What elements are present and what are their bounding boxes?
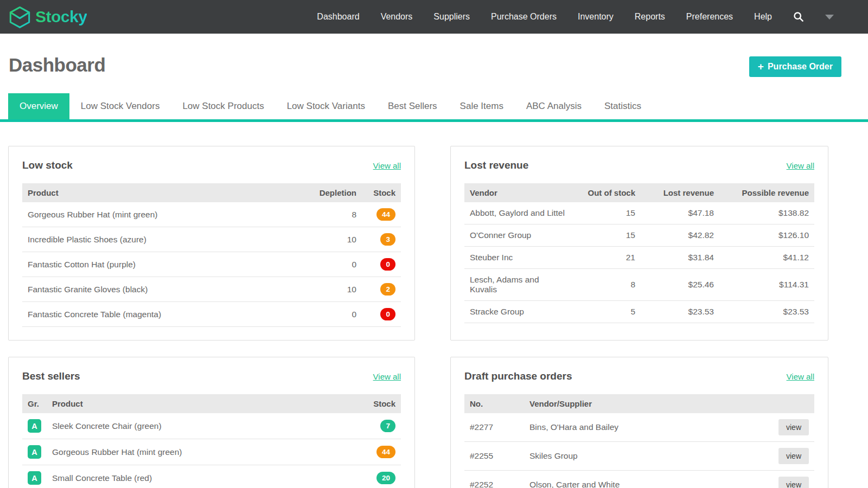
lost-revenue-cell: $47.18 — [641, 202, 719, 224]
stock-badge: 0 — [380, 258, 395, 271]
tab[interactable]: ABC Analysis — [515, 93, 593, 119]
vendor-cell: Abbott, Gaylord and Littel — [464, 202, 570, 224]
nav-item[interactable]: Vendors — [381, 12, 413, 22]
possible-revenue-cell: $41.12 — [719, 247, 814, 269]
purchase-order-button[interactable]: + Purchase Order — [749, 56, 841, 77]
stock-badge: 2 — [380, 283, 395, 296]
table-row: A Gorgeous Rubber Hat (mint green) 44 — [22, 439, 401, 465]
low-stock-card: Low stock View all Product Depletion Sto… — [8, 146, 415, 341]
possible-revenue-cell: $114.31 — [719, 269, 814, 301]
stock-badge: 20 — [376, 472, 395, 484]
tab[interactable]: Overview — [8, 93, 69, 119]
table-row: Incredible Plastic Shoes (azure) 10 3 — [22, 227, 401, 252]
lost-revenue-cell: $31.84 — [641, 247, 719, 269]
table-row: Lesch, Adams and Kuvalis 8 $25.46 $114.3… — [464, 269, 814, 301]
view-button[interactable]: view — [778, 477, 809, 488]
lost-revenue-cell: $25.46 — [641, 269, 719, 301]
depletion-cell: 0 — [302, 302, 362, 327]
column-header: Possible revenue — [719, 183, 814, 202]
product-cell: Fantastic Concrete Table (magenta) — [22, 302, 302, 327]
stock-badge: 44 — [376, 208, 395, 221]
card-title: Draft purchase orders — [464, 370, 572, 382]
vendor-cell: Stracke Group — [464, 301, 570, 323]
grade-badge: A — [28, 445, 41, 459]
column-header: No. — [464, 394, 524, 413]
tab[interactable]: Statistics — [593, 93, 653, 119]
main-nav: Dashboard Vendors Suppliers Purchase Ord… — [317, 12, 772, 22]
vendor-cell: Lesch, Adams and Kuvalis — [464, 269, 570, 301]
column-header: Product — [22, 183, 302, 202]
stock-badge: 0 — [380, 308, 395, 320]
product-cell: Sleek Concrete Chair (green) — [47, 413, 362, 439]
draft-purchase-orders-card: Draft purchase orders View all No. Vendo… — [450, 357, 828, 488]
brand-logo[interactable]: Stocky — [8, 5, 87, 29]
view-all-link[interactable]: View all — [787, 372, 814, 381]
out-of-stock-cell: 8 — [570, 269, 641, 301]
out-of-stock-cell: 21 — [570, 247, 641, 269]
nav-item[interactable]: Reports — [635, 12, 665, 22]
nav-item[interactable]: Preferences — [686, 12, 733, 22]
vendor-cell: O'Conner Group — [464, 224, 570, 247]
lost-revenue-cell: $23.53 — [641, 301, 719, 323]
stock-badge: 7 — [380, 420, 395, 432]
table-row: Fantastic Cotton Hat (purple) 0 0 — [22, 252, 401, 277]
tab[interactable]: Low Stock Vendors — [69, 93, 171, 119]
table-row: O'Conner Group 15 $42.82 $126.10 — [464, 224, 814, 247]
lost-revenue-table: Vendor Out of stock Lost revenue Possibl… — [464, 183, 814, 323]
view-button[interactable]: view — [778, 448, 809, 464]
stock-badge: 44 — [376, 446, 395, 458]
view-all-link[interactable]: View all — [373, 161, 401, 170]
possible-revenue-cell: $23.53 — [719, 301, 814, 323]
card-title: Best sellers — [22, 370, 80, 382]
product-cell: Incredible Plastic Shoes (azure) — [22, 227, 302, 252]
page-title: Dashboard — [9, 54, 105, 76]
column-header: Stock — [362, 394, 401, 413]
column-header: Gr. — [22, 394, 47, 413]
column-header: Depletion — [302, 183, 362, 202]
main-content: Dashboard + Purchase Order Overview Low … — [0, 34, 868, 488]
depletion-cell: 8 — [302, 202, 362, 227]
view-all-link[interactable]: View all — [787, 161, 814, 170]
possible-revenue-cell: $138.82 — [719, 202, 814, 224]
out-of-stock-cell: 15 — [570, 202, 641, 224]
product-cell: Gorgeous Rubber Hat (mint green) — [47, 439, 362, 465]
table-row: Stracke Group 5 $23.53 $23.53 — [464, 301, 814, 323]
lost-revenue-cell: $42.82 — [641, 224, 719, 247]
chevron-down-icon[interactable] — [825, 15, 834, 20]
depletion-cell: 10 — [302, 227, 362, 252]
product-cell: Fantastic Granite Gloves (black) — [22, 277, 302, 302]
nav-item[interactable]: Suppliers — [433, 12, 470, 22]
nav-item[interactable]: Dashboard — [317, 12, 359, 22]
tab[interactable]: Best Sellers — [376, 93, 449, 119]
po-number-cell: #2255 — [464, 442, 524, 471]
vendor-cell: Bins, O'Hara and Bailey — [524, 413, 773, 442]
nav-item[interactable]: Inventory — [578, 12, 614, 22]
product-cell: Fantastic Cotton Hat (purple) — [22, 252, 302, 277]
po-number-cell: #2277 — [464, 413, 524, 442]
stocky-cube-logo-icon — [8, 5, 31, 29]
view-all-link[interactable]: View all — [373, 372, 401, 381]
vendor-cell: Steuber Inc — [464, 247, 570, 269]
table-row: Steuber Inc 21 $31.84 $41.12 — [464, 247, 814, 269]
view-button[interactable]: view — [778, 419, 809, 435]
search-button[interactable] — [793, 11, 804, 22]
out-of-stock-cell: 15 — [570, 224, 641, 247]
depletion-cell: 10 — [302, 277, 362, 302]
nav-item[interactable]: Help — [754, 12, 772, 22]
tab[interactable]: Sale Items — [449, 93, 515, 119]
table-row: Gorgeous Rubber Hat (mint green) 8 44 — [22, 202, 401, 227]
column-header: Stock — [362, 183, 401, 202]
tab[interactable]: Low Stock Products — [171, 93, 275, 119]
tab[interactable]: Low Stock Variants — [276, 93, 376, 119]
lost-revenue-card: Lost revenue View all Vendor Out of stoc… — [450, 146, 828, 341]
column-header — [773, 394, 814, 413]
grade-badge: A — [28, 471, 41, 485]
best-sellers-table: Gr. Product Stock A Sleek Concrete Chair… — [22, 394, 401, 488]
possible-revenue-cell: $126.10 — [719, 224, 814, 247]
product-cell: Small Concrete Table (red) — [47, 465, 362, 488]
dashboard-tabs: Overview Low Stock Vendors Low Stock Pro… — [0, 93, 868, 119]
top-navbar: Stocky Dashboard Vendors Suppliers Purch… — [0, 0, 868, 34]
table-row: #2252 Olson, Carter and White view — [464, 471, 814, 488]
draft-purchase-orders-table: No. Vendor/Supplier #2277 Bins, O'Hara a… — [464, 394, 814, 488]
nav-item[interactable]: Purchase Orders — [491, 12, 557, 22]
